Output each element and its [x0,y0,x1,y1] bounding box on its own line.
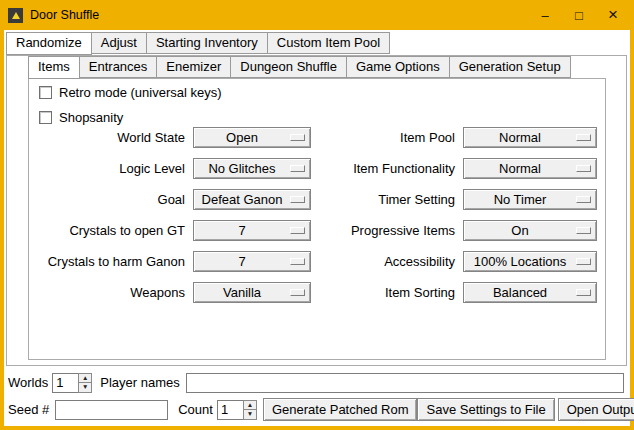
dropdown-indicator-icon [290,196,305,203]
seed-row: Seed # Count ▲ ▼ Generate Patched Rom Sa… [8,397,624,422]
maximize-button[interactable]: □ [562,0,596,30]
dropdown-indicator-icon [290,289,305,296]
item-sorting-dropdown[interactable]: Balanced [463,282,597,303]
inner-tab-bar: Items Entrances Enemizer Dungeon Shuffle… [28,56,570,78]
worlds-row: Worlds ▲ ▼ Player names [8,371,624,394]
worlds-input[interactable] [52,373,78,393]
window-content: Randomize Adjust Starting Inventory Cust… [4,30,630,426]
tab-enemizer[interactable]: Enemizer [156,56,231,78]
tab-game-options[interactable]: Game Options [346,56,450,78]
weapons-label: Weapons [37,282,187,303]
spin-down-icon[interactable]: ▼ [243,410,257,420]
crystals-harm-ganon-dropdown[interactable]: 7 [193,251,311,272]
dropdown-indicator-icon [290,134,305,141]
tab-custom-item-pool[interactable]: Custom Item Pool [267,32,390,54]
options-grid: World State Open Item Pool Normal Logic … [37,127,597,303]
tab-starting-inventory[interactable]: Starting Inventory [146,32,268,54]
logic-level-label: Logic Level [37,158,187,179]
dropdown-indicator-icon [576,165,591,172]
minimize-button[interactable]: – [528,0,562,30]
timer-setting-label: Timer Setting [317,189,457,210]
titlebar[interactable]: Door Shuffle – □ × [4,0,630,30]
dropdown-indicator-icon [576,196,591,203]
retro-mode-row: Retro mode (universal keys) [39,85,222,100]
crystals-open-gt-label: Crystals to open GT [37,220,187,241]
items-pane: Retro mode (universal keys) Shopsanity W… [28,78,606,360]
crystals-harm-ganon-label: Crystals to harm Ganon [37,251,187,272]
count-label: Count [178,402,213,417]
tab-adjust[interactable]: Adjust [91,32,147,54]
window-title: Door Shuffle [30,8,99,22]
dropdown-indicator-icon [290,165,305,172]
progressive-items-dropdown[interactable]: On [463,220,597,241]
tab-entrances[interactable]: Entrances [79,56,158,78]
weapons-dropdown[interactable]: Vanilla [193,282,311,303]
count-input[interactable] [217,400,243,420]
item-functionality-dropdown[interactable]: Normal [463,158,597,179]
count-spinner: ▲ ▼ [217,400,257,420]
dropdown-indicator-icon [576,289,591,296]
worlds-spinner: ▲ ▼ [52,373,92,393]
open-output-button[interactable]: Open Output Directory [558,398,634,421]
logic-level-dropdown[interactable]: No Glitches [193,158,311,179]
dropdown-indicator-icon [290,258,305,265]
goal-label: Goal [37,189,187,210]
close-button[interactable]: × [596,0,630,30]
timer-setting-dropdown[interactable]: No Timer [463,189,597,210]
outer-tab-bar: Randomize Adjust Starting Inventory Cust… [6,32,389,54]
tab-dungeon-shuffle[interactable]: Dungeon Shuffle [230,56,347,78]
dropdown-indicator-icon [290,227,305,234]
app-window: Door Shuffle – □ × Randomize Adjust Star… [0,0,634,430]
world-state-dropdown[interactable]: Open [193,127,311,148]
accessibility-dropdown[interactable]: 100% Locations [463,251,597,272]
goal-dropdown[interactable]: Defeat Ganon [193,189,311,210]
retro-mode-label: Retro mode (universal keys) [59,85,222,100]
spin-up-icon[interactable]: ▲ [78,373,92,384]
item-pool-label: Item Pool [317,127,457,148]
player-names-label: Player names [100,375,179,390]
tab-randomize[interactable]: Randomize [6,32,92,55]
tab-generation-setup[interactable]: Generation Setup [449,56,571,78]
progressive-items-label: Progressive Items [317,220,457,241]
crystals-open-gt-dropdown[interactable]: 7 [193,220,311,241]
dropdown-indicator-icon [576,258,591,265]
item-functionality-label: Item Functionality [317,158,457,179]
spin-up-icon[interactable]: ▲ [243,400,257,411]
world-state-label: World State [37,127,187,148]
retro-mode-checkbox[interactable] [39,86,52,99]
accessibility-label: Accessibility [317,251,457,272]
generate-rom-button[interactable]: Generate Patched Rom [263,398,418,421]
app-icon [8,8,23,23]
player-names-input[interactable] [186,373,624,393]
seed-label: Seed # [8,402,49,417]
save-settings-button[interactable]: Save Settings to File [417,398,554,421]
item-pool-dropdown[interactable]: Normal [463,127,597,148]
worlds-label: Worlds [8,375,48,390]
shopsanity-checkbox[interactable] [39,111,52,124]
seed-input[interactable] [55,400,168,420]
tab-items[interactable]: Items [28,56,80,79]
shopsanity-row: Shopsanity [39,110,123,125]
dropdown-indicator-icon [576,227,591,234]
spin-down-icon[interactable]: ▼ [78,383,92,393]
shopsanity-label: Shopsanity [59,110,123,125]
dropdown-indicator-icon [576,134,591,141]
item-sorting-label: Item Sorting [317,282,457,303]
